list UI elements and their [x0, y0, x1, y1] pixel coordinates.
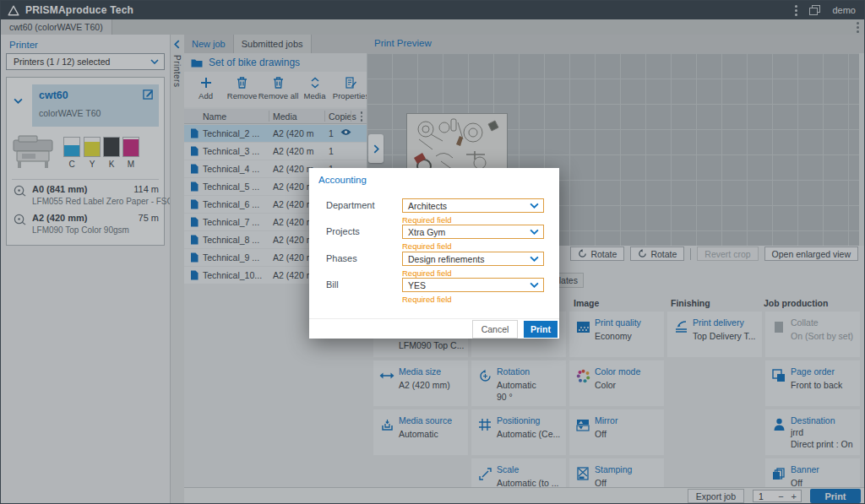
projects-value: Xtra Gym	[408, 227, 445, 237]
phases-label: Phases	[326, 253, 357, 263]
dialog-footer: Cancel Print	[309, 318, 559, 339]
accounting-dialog: Accounting Department Architects Require…	[309, 168, 559, 339]
department-required: Required field	[402, 215, 452, 225]
projects-required: Required field	[402, 241, 452, 251]
cancel-label: Cancel	[481, 324, 509, 334]
bill-required: Required field	[402, 295, 452, 304]
dialog-print-button[interactable]: Print	[524, 321, 558, 338]
department-label: Department	[326, 200, 374, 210]
phases-select[interactable]: Design refinements	[402, 252, 544, 266]
department-value: Architects	[408, 201, 447, 211]
department-select[interactable]: Architects	[402, 198, 544, 213]
app-window: PRISMAproduce Tech demo cwt60 (colorWAVE…	[0, 0, 865, 504]
bill-label: Bill	[326, 279, 339, 290]
dialog-title: Accounting	[318, 175, 367, 185]
projects-label: Projects	[326, 226, 360, 236]
phases-required: Required field	[402, 268, 452, 278]
bill-select[interactable]: YES	[402, 278, 544, 292]
chevron-down-icon	[530, 256, 539, 262]
phases-value: Design refinements	[408, 254, 484, 264]
chevron-down-icon	[530, 203, 539, 209]
dialog-print-label: Print	[530, 324, 551, 334]
projects-select[interactable]: Xtra Gym	[402, 225, 544, 239]
bill-value: YES	[408, 280, 426, 290]
chevron-down-icon	[530, 229, 539, 235]
chevron-down-icon	[530, 282, 539, 288]
cancel-button[interactable]: Cancel	[472, 320, 518, 339]
